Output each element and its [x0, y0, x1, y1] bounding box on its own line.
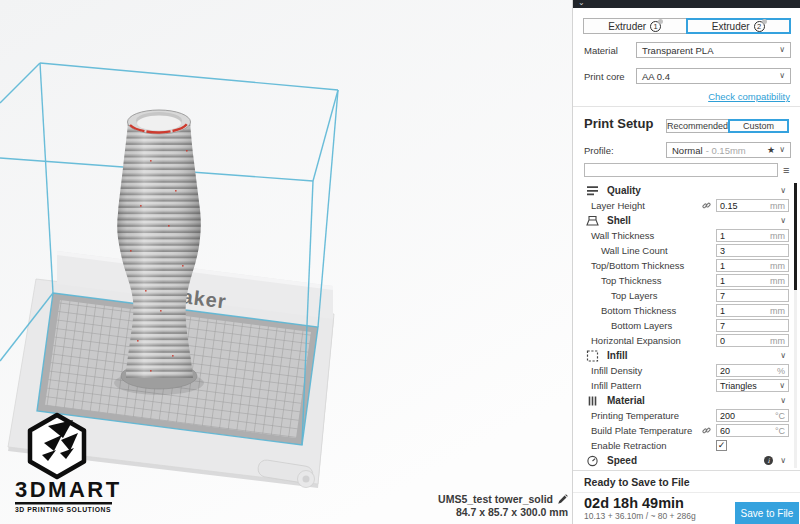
star-icon[interactable]: ★ [767, 145, 775, 155]
setting-row: Build Plate Temperature60°C [573, 423, 795, 438]
setting-label: Top Thickness [591, 275, 662, 286]
material-icon [586, 395, 599, 407]
setting-label: Wall Thickness [591, 230, 654, 241]
extruder-1-number: 1 [650, 21, 661, 32]
setting-label: Top Layers [591, 290, 657, 301]
search-row: ≡ [584, 163, 791, 177]
chevron-down-icon: ⌄ [578, 0, 585, 7]
chevron-down-icon[interactable]: ∨ [780, 397, 786, 405]
setting-row: Bottom Thickness1mm [573, 303, 795, 318]
setting-value-box[interactable]: 1mm [716, 259, 789, 272]
setting-label: Build Plate Temperature [591, 425, 692, 436]
settings-list: Quality∨Layer Height0.15mmShell∨Wall Thi… [573, 183, 795, 468]
category-shell[interactable]: Shell∨ [573, 213, 795, 228]
search-input[interactable] [584, 163, 778, 177]
model-info: UMS5_test tower_solid 84.7 x 85.7 x 300.… [438, 493, 568, 519]
check-compatibility-link[interactable]: Check compatibility [708, 91, 790, 102]
setting-row: Top Layers7 [573, 288, 795, 303]
settings-panel: ⌄ Extruder 1 Extruder 2 Material Tr [572, 0, 800, 524]
setting-label: Horizontal Expansion [591, 335, 681, 346]
divider [573, 492, 800, 493]
output-footer: Ready to Save to File 02d 18h 49min 10.1… [573, 470, 800, 524]
setting-value-box[interactable]: 0.15mm [716, 199, 789, 212]
profile-select[interactable]: Normal - 0.15mm ★ ∨ [666, 142, 791, 158]
setting-label: Infill Density [591, 365, 642, 376]
setting-value-box[interactable]: 20% [716, 364, 789, 377]
info-icon[interactable]: i [764, 456, 773, 465]
extruder-tabs: Extruder 1 Extruder 2 [583, 18, 791, 34]
category-material[interactable]: Material∨ [573, 393, 795, 408]
setting-row: Top/Bottom Thickness1mm [573, 258, 795, 273]
setting-label: Bottom Layers [591, 320, 672, 331]
model-dimensions: 84.7 x 85.7 x 300.0 mm [438, 506, 568, 519]
setting-value-box[interactable]: 0mm [716, 334, 789, 347]
scrollbar-thumb[interactable] [794, 183, 797, 290]
status-text: Ready to Save to File [584, 476, 800, 488]
extruder-2-number: 2 [754, 21, 765, 32]
mode-toggle: Recommended Custom [666, 119, 789, 133]
chevron-down-icon[interactable]: ∨ [780, 187, 786, 195]
infill-icon [586, 350, 599, 362]
divider [573, 106, 800, 107]
setting-row: Top Thickness1mm [573, 273, 795, 288]
setting-row: Bottom Layers7 [573, 318, 795, 333]
setting-row: Horizontal Expansion0mm [573, 333, 795, 348]
material-label: Material [584, 45, 636, 56]
profile-label: Profile: [584, 145, 666, 156]
setting-row: Enable Retraction✓ [573, 438, 795, 453]
material-select[interactable]: Transparent PLA ∨ [636, 42, 791, 58]
setting-row: Layer Height0.15mm [573, 198, 795, 213]
logo-subtitle: 3D PRINTING SOLUTIONS [15, 506, 111, 513]
chevron-down-icon: ∨ [779, 146, 785, 154]
setting-value-box[interactable]: 60°C [716, 424, 789, 437]
material-color-dot [658, 19, 663, 24]
link-icon [702, 201, 711, 210]
material-color-dot [762, 19, 767, 24]
tab-extruder-1[interactable]: Extruder 1 [583, 18, 687, 34]
material-row: Material Transparent PLA ∨ [584, 42, 791, 58]
link-icon [702, 426, 711, 435]
tab-extruder-2[interactable]: Extruder 2 [686, 18, 792, 34]
setting-value-box[interactable]: 1mm [716, 304, 789, 317]
shell-icon [586, 215, 599, 227]
setting-value-box[interactable]: 1mm [716, 229, 789, 242]
profile-row: Profile: Normal - 0.15mm ★ ∨ [584, 142, 791, 158]
edit-pencil-icon[interactable] [557, 494, 568, 505]
print-core-label: Print core [584, 71, 636, 82]
setting-row: Printing Temperature200°C [573, 408, 795, 423]
chevron-down-icon[interactable]: ∨ [780, 457, 786, 465]
setting-value-box[interactable]: 3 [716, 244, 789, 257]
print-core-row: Print core AA 0.4 ∨ [584, 68, 791, 84]
setting-value-box[interactable]: 7 [716, 289, 789, 302]
cura-window: aker [0, 0, 800, 524]
filter-menu-icon[interactable]: ≡ [783, 165, 789, 176]
setting-label: Top/Bottom Thickness [591, 260, 684, 271]
setting-label: Layer Height [591, 200, 645, 211]
setting-label: Infill Pattern [591, 380, 641, 391]
category-quality[interactable]: Quality∨ [573, 183, 795, 198]
save-to-file-button[interactable]: Save to File [735, 502, 799, 524]
speed-icon [586, 455, 599, 467]
setting-value-box[interactable]: 200°C [716, 409, 789, 422]
panel-top-bar[interactable]: ⌄ [573, 0, 800, 8]
category-speed[interactable]: Speedi∨ [573, 453, 795, 468]
setting-dropdown[interactable]: Triangles∨ [716, 379, 789, 392]
chevron-down-icon[interactable]: ∨ [780, 352, 786, 360]
chevron-down-icon[interactable]: ∨ [780, 217, 786, 225]
mode-custom[interactable]: Custom [728, 119, 789, 133]
mode-recommended[interactable]: Recommended [666, 119, 729, 133]
setting-value-box[interactable]: 7 [716, 319, 789, 332]
category-infill[interactable]: Infill∨ [573, 348, 795, 363]
logo-title: 3DMART [15, 477, 122, 502]
setting-value-box[interactable]: 1mm [716, 274, 789, 287]
viewport-3d[interactable]: aker [0, 0, 572, 524]
chevron-down-icon: ∨ [779, 72, 785, 80]
setting-label: Wall Line Count [591, 245, 668, 256]
setting-checkbox[interactable]: ✓ [716, 440, 727, 451]
quality-icon [586, 185, 599, 197]
print-core-select[interactable]: AA 0.4 ∨ [636, 68, 791, 84]
setting-label: Enable Retraction [591, 440, 667, 451]
setting-row: Wall Line Count3 [573, 243, 795, 258]
setting-row: Infill PatternTriangles∨ [573, 378, 795, 393]
setting-label: Printing Temperature [591, 410, 679, 421]
